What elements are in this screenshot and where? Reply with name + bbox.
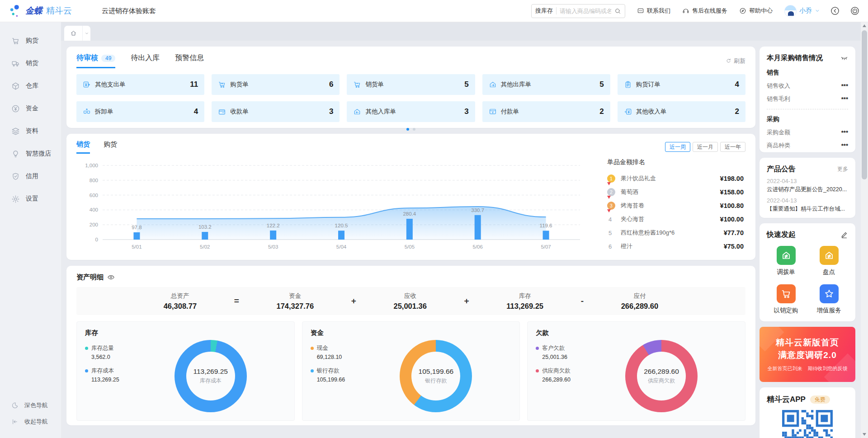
scrollbar-up-arrow[interactable] bbox=[861, 22, 868, 29]
help-center-link[interactable]: 帮助中心 bbox=[739, 7, 773, 15]
more-link[interactable]: 更多 bbox=[837, 165, 848, 173]
stat-value-masked: *** bbox=[841, 96, 848, 103]
todo-card-other-outbound[interactable]: 其他出库单 5 bbox=[482, 74, 610, 95]
eye-closed-icon[interactable] bbox=[840, 54, 848, 62]
formula-label: 应收 bbox=[394, 292, 427, 300]
sidebar-item-credit[interactable]: 信用 bbox=[0, 165, 61, 188]
todo-card-purchase-request[interactable]: 购货订单 4 bbox=[618, 74, 745, 95]
range-year-button[interactable]: 近一年 bbox=[720, 142, 745, 152]
quick-item-sell-to-order[interactable]: 以销定购 bbox=[767, 284, 805, 315]
top-bar: 金蝶 精斗云 云进销存体验账套 搜库存 联系我们 售后在线服务 帮助中心 小乔 bbox=[0, 0, 868, 22]
stat-row: 销售收入 *** bbox=[767, 82, 848, 90]
svg-text:5/06: 5/06 bbox=[473, 244, 483, 250]
todo-card-other-inbound[interactable]: 其他入库单 3 bbox=[347, 101, 475, 122]
sidebar-item-label: 资金 bbox=[26, 104, 38, 113]
logo-text-primary: 金蝶 bbox=[25, 5, 42, 17]
quick-item-value-added[interactable]: 增值服务 bbox=[810, 284, 848, 315]
truck-icon bbox=[11, 59, 20, 68]
scrollbar-thumb[interactable] bbox=[862, 30, 867, 179]
pencil-edit-icon[interactable] bbox=[840, 231, 848, 239]
app-logo[interactable]: 金蝶 精斗云 bbox=[8, 4, 72, 18]
quick-item-transfer[interactable]: 调拨单 bbox=[767, 246, 805, 276]
tab-alerts[interactable]: 预警信息 bbox=[175, 53, 204, 68]
quick-item-label: 调拨单 bbox=[777, 268, 795, 276]
logout-button[interactable] bbox=[850, 6, 860, 16]
stat-value-masked: *** bbox=[841, 142, 848, 149]
range-month-button[interactable]: 近一月 bbox=[693, 142, 718, 152]
dark-nav-label: 深色导航 bbox=[24, 401, 48, 410]
refresh-button[interactable]: 刷新 bbox=[726, 57, 745, 65]
banner-line-3b: 期待收到您的反馈 bbox=[808, 365, 848, 372]
search-scope-selector[interactable]: 搜库存 bbox=[535, 7, 553, 15]
pagination-dot-1[interactable] bbox=[406, 128, 409, 131]
range-week-button[interactable]: 近一周 bbox=[665, 142, 690, 152]
announcements-panel: 产品公告 更多 2022-04-13 云进销存产品更新公告_20220... 2… bbox=[760, 158, 855, 218]
operator-minus: - bbox=[581, 296, 584, 306]
after-sales-service-link[interactable]: 售后在线服务 bbox=[682, 7, 727, 15]
home-tab-button[interactable] bbox=[64, 26, 82, 41]
search-input[interactable] bbox=[560, 8, 611, 14]
quick-item-stocktake[interactable]: 盘点 bbox=[810, 246, 848, 276]
todo-card-receipt[interactable]: 收款单 3 bbox=[212, 101, 340, 122]
sidebar-item-smart-store[interactable]: 智慧微店 bbox=[0, 142, 61, 165]
pagination-dot-2[interactable] bbox=[413, 128, 415, 131]
ranking-row[interactable]: 2 葡萄酒 ¥158.00 bbox=[607, 185, 744, 199]
quick-start-title: 快速发起 bbox=[767, 230, 796, 240]
shield-check-icon bbox=[11, 172, 20, 181]
tab-sales[interactable]: 销货 bbox=[76, 140, 90, 154]
user-menu[interactable]: 小乔 bbox=[784, 5, 820, 17]
legend-item: 客户欠款 25,001.36 bbox=[536, 344, 604, 360]
ranking-row[interactable]: 3 烤海苔卷 ¥100.80 bbox=[607, 199, 744, 212]
donut-center-label: 供应商欠款 bbox=[648, 377, 675, 385]
tab-purchase[interactable]: 购货 bbox=[104, 140, 117, 154]
stat-value-masked: *** bbox=[841, 83, 848, 89]
todo-card-other-income[interactable]: 其他收入单 2 bbox=[618, 101, 745, 122]
tab-pending-approval[interactable]: 待审核 49 bbox=[76, 53, 115, 68]
sidebar-item-funds[interactable]: 资金 bbox=[0, 97, 61, 120]
sidebar-item-warehouse[interactable]: 仓库 bbox=[0, 75, 61, 97]
legend-item: 库存总量 3,562.0 bbox=[85, 344, 153, 360]
tab-pending-inout[interactable]: 待出入库 bbox=[131, 53, 160, 68]
svg-text:200: 200 bbox=[90, 222, 98, 227]
collapse-nav-button[interactable]: 收起导航 bbox=[0, 414, 61, 430]
tab-dropdown-button[interactable] bbox=[82, 26, 90, 41]
page-scrollbar bbox=[861, 22, 868, 438]
todo-card-payment[interactable]: 付款单 2 bbox=[482, 101, 610, 122]
survey-banner[interactable]: 精斗云新版首页 满意度调研2.0 全新首页已到来 期待收到您的反馈 bbox=[760, 327, 855, 382]
contact-us-link[interactable]: 联系我们 bbox=[637, 7, 670, 15]
ranking-row[interactable]: 5 西红柿意粉酱190g*6 ¥77.70 bbox=[607, 226, 744, 240]
ranking-row[interactable]: 1 果汁饮品礼盒 ¥198.00 bbox=[607, 172, 744, 185]
inbound-icon bbox=[353, 108, 361, 116]
sidebar-item-purchase[interactable]: 购货 bbox=[0, 29, 61, 52]
todo-card-sales-order[interactable]: 销货单 5 bbox=[347, 74, 475, 95]
announcement-item[interactable]: 2022-04-13 云进销存产品更新公告_20220... bbox=[767, 178, 848, 193]
outbound-icon bbox=[489, 80, 497, 89]
sidebar-item-label: 购货 bbox=[26, 37, 38, 45]
item-name: 橙汁 bbox=[621, 242, 724, 250]
eye-icon[interactable] bbox=[107, 273, 115, 281]
todo-card-disassembly[interactable]: 拆卸单 4 bbox=[76, 101, 204, 122]
kingdee-logo-icon bbox=[8, 4, 22, 18]
sidebar-item-data[interactable]: 资料 bbox=[0, 120, 61, 142]
announcement-item[interactable]: 2022-04-13 【重要通知】精斗云工作台域... bbox=[767, 197, 848, 213]
back-button[interactable] bbox=[830, 6, 840, 16]
svg-text:400: 400 bbox=[90, 207, 98, 212]
operator-equals: = bbox=[234, 296, 239, 306]
quick-item-label: 增值服务 bbox=[817, 306, 841, 315]
todo-card-other-expense[interactable]: 其他支出单 11 bbox=[76, 74, 204, 95]
announcement-text: 【重要通知】精斗云工作台域... bbox=[767, 205, 848, 213]
legend-item: 现金 69,128.10 bbox=[311, 344, 378, 360]
ranking-row[interactable]: 6 橙汁 ¥75.00 bbox=[607, 240, 744, 253]
debt-donut-chart: 266,289.60 供应商欠款 bbox=[625, 340, 698, 412]
compass-help-icon bbox=[739, 7, 746, 14]
dark-nav-toggle[interactable]: 深色导航 bbox=[0, 397, 61, 414]
sidebar-item-sales[interactable]: 销货 bbox=[0, 52, 61, 75]
announcement-date: 2022-04-13 bbox=[767, 197, 848, 204]
free-badge: 免费 bbox=[810, 396, 830, 404]
scrollbar-down-arrow[interactable] bbox=[861, 431, 868, 438]
collapse-icon bbox=[11, 418, 19, 425]
todo-card-purchase-order[interactable]: 购货单 6 bbox=[212, 74, 340, 95]
search-icon[interactable] bbox=[614, 8, 621, 14]
ranking-row[interactable]: 4 夹心海苔 ¥100.00 bbox=[607, 212, 744, 226]
sidebar-item-settings[interactable]: 设置 bbox=[0, 188, 61, 210]
